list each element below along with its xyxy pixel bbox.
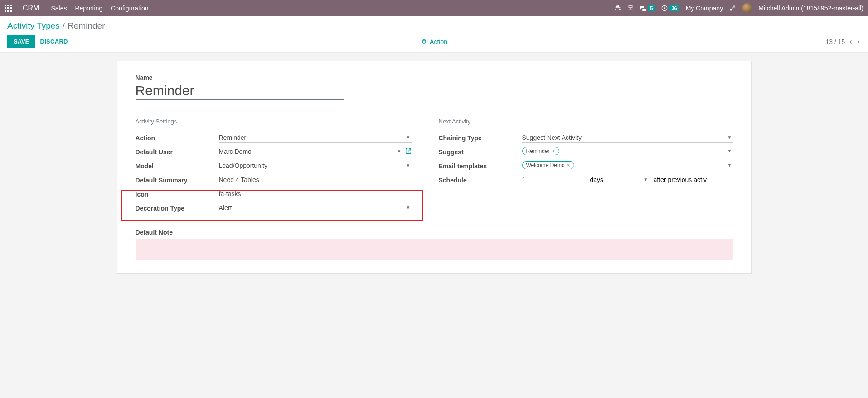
phone-icon[interactable]: [627, 5, 634, 11]
default-summary-input[interactable]: [219, 175, 412, 185]
action-label: Action: [430, 38, 447, 45]
messaging-badge: 5: [648, 5, 655, 11]
schedule-after-select[interactable]: [654, 175, 733, 185]
apps-icon[interactable]: [5, 5, 12, 12]
email-templates-tags-input[interactable]: Welcome Demo× ▼: [522, 161, 733, 171]
close-icon[interactable]: ×: [552, 148, 555, 154]
form-sheet: Name Activity Settings Action ▼ Default …: [117, 61, 752, 274]
schedule-count-input[interactable]: [522, 175, 586, 185]
action-select[interactable]: [219, 133, 412, 143]
save-button[interactable]: SAVE: [7, 35, 35, 48]
email-template-tag: Welcome Demo×: [522, 161, 574, 169]
default-user-label: Default User: [136, 148, 219, 156]
email-templates-label: Email templates: [439, 162, 522, 170]
decoration-type-label: Decoration Type: [136, 205, 219, 212]
suggest-label: Suggest: [439, 148, 522, 156]
model-label: Model: [136, 162, 219, 170]
messaging-icon[interactable]: 5: [640, 5, 655, 11]
name-label: Name: [136, 74, 733, 81]
breadcrumb: Activity Types / Reminder: [7, 21, 861, 31]
avatar[interactable]: [742, 3, 752, 13]
control-panel: Activity Types / Reminder SAVE DISCARD A…: [0, 16, 868, 53]
tools-icon[interactable]: [729, 5, 736, 11]
pager: 13 / 15 ‹ ›: [826, 38, 861, 46]
pager-counter[interactable]: 13 / 15: [826, 38, 845, 45]
default-summary-label: Default Summary: [136, 177, 219, 184]
breadcrumb-parent[interactable]: Activity Types: [7, 21, 60, 31]
user-menu[interactable]: Mitchell Admin (18158952-master-all): [758, 5, 863, 12]
chaining-type-select[interactable]: [522, 133, 733, 143]
discard-button[interactable]: DISCARD: [40, 38, 68, 45]
default-user-select[interactable]: [219, 147, 402, 157]
bug-icon[interactable]: [615, 5, 621, 11]
close-icon[interactable]: ×: [567, 162, 570, 168]
chevron-down-icon: ▼: [727, 162, 732, 167]
chevron-down-icon: ▼: [727, 148, 732, 153]
model-select[interactable]: [219, 161, 412, 171]
activity-settings-title: Activity Settings: [136, 118, 412, 127]
breadcrumb-current: Reminder: [68, 21, 105, 31]
suggest-tags-input[interactable]: Reminder× ▼: [522, 147, 733, 157]
next-activity-group: Next Activity Chaining Type ▼ Suggest Re…: [439, 118, 733, 215]
schedule-unit-select[interactable]: [590, 175, 649, 185]
pager-next-icon[interactable]: ›: [857, 38, 861, 46]
next-activity-title: Next Activity: [439, 118, 733, 127]
activity-settings-group: Activity Settings Action ▼ Default User …: [136, 118, 412, 215]
action-label: Action: [136, 134, 219, 142]
breadcrumb-separator: /: [63, 21, 65, 31]
top-navbar: CRM Sales Reporting Configuration 5 36 M…: [0, 0, 868, 16]
icon-field-label: Icon: [136, 191, 219, 198]
suggest-tag: Reminder×: [522, 147, 559, 155]
gear-icon: [421, 39, 427, 45]
name-input[interactable]: [136, 82, 344, 100]
nav-reporting[interactable]: Reporting: [75, 5, 102, 12]
default-note-label: Default Note: [136, 229, 733, 236]
nav-configuration[interactable]: Configuration: [111, 5, 148, 12]
activities-icon[interactable]: 36: [661, 5, 679, 11]
default-note-editor[interactable]: [136, 239, 733, 260]
chaining-type-label: Chaining Type: [439, 134, 522, 142]
schedule-label: Schedule: [439, 177, 522, 184]
activities-badge: 36: [669, 5, 679, 11]
icon-input[interactable]: [219, 189, 412, 199]
pager-prev-icon[interactable]: ‹: [849, 38, 853, 46]
company-switcher[interactable]: My Company: [686, 5, 723, 12]
decoration-type-select[interactable]: [219, 203, 412, 213]
app-brand[interactable]: CRM: [23, 4, 39, 12]
action-dropdown[interactable]: Action: [421, 38, 447, 45]
external-link-icon[interactable]: [405, 148, 412, 156]
nav-sales[interactable]: Sales: [51, 5, 67, 12]
